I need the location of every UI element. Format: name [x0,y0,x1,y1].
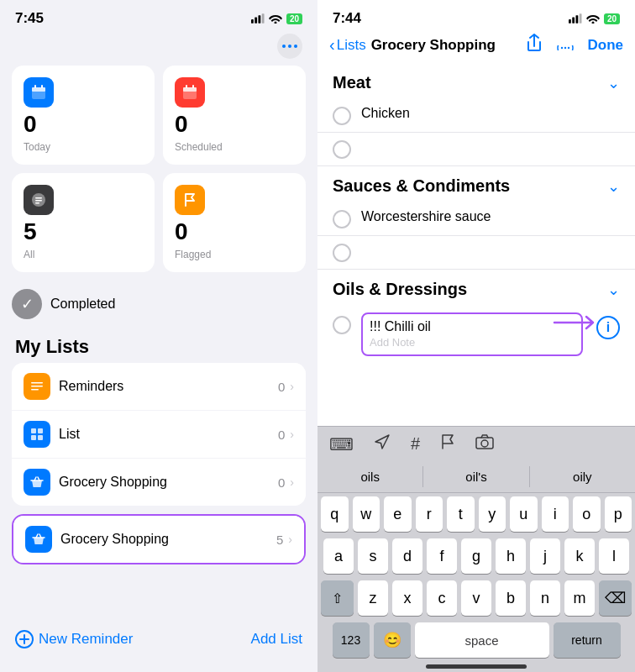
key-s[interactable]: s [358,538,388,574]
battery-left: 20 [286,13,302,24]
svg-rect-18 [35,202,39,204]
more-button[interactable] [277,34,302,59]
svg-rect-12 [183,87,197,92]
space-key[interactable]: space [415,622,549,658]
selected-list[interactable]: Grocery Shopping 5 › [12,514,306,564]
time-left: 7:45 [15,10,44,27]
key-m[interactable]: m [564,580,595,616]
key-y[interactable]: y [479,496,506,532]
key-j[interactable]: j [530,538,560,574]
calendar-red-icon [181,84,198,101]
meat-empty-item[interactable] [318,133,635,166]
key-r[interactable]: r [416,496,443,532]
right-panel: 7:44 20 ‹ Lists Grocery Shopping [318,0,635,672]
widget-flagged[interactable]: 0 Flagged [163,173,306,272]
suggestions-bar: oils oil's oily [318,461,635,493]
key-h[interactable]: h [496,538,526,574]
worcestershire-circle[interactable] [333,210,351,228]
key-k[interactable]: k [564,538,595,574]
svg-rect-16 [35,197,42,199]
nav-bar: ‹ Lists Grocery Shopping Done [318,30,635,63]
key-w[interactable]: w [353,496,380,532]
key-c[interactable]: c [427,580,457,616]
key-l[interactable]: l [599,538,629,574]
oils-section-header: Oils & Dressings ⌄ [318,270,635,306]
back-chevron-icon: ‹ [329,35,335,55]
svg-rect-20 [31,386,43,387]
ellipsis-icon [282,45,297,48]
chilli-oil-input-area[interactable]: !!! Chilli oil Add Note [361,312,583,356]
done-button[interactable]: Done [588,37,624,54]
key-a[interactable]: a [323,538,354,574]
key-d[interactable]: d [392,538,422,574]
worcestershire-item[interactable]: Worcestershire sauce [318,202,635,236]
svg-rect-21 [31,389,39,391]
reminders-icon [24,373,50,400]
return-key[interactable]: return [554,622,621,658]
sauces-chevron[interactable]: ⌄ [607,177,620,196]
key-t[interactable]: t [447,496,475,532]
key-v[interactable]: v [461,580,491,616]
add-list-button[interactable]: Add List [251,631,302,648]
sauces-empty-item[interactable] [318,236,635,270]
arrow-icon [553,312,603,333]
key-u[interactable]: u [510,496,538,532]
keyboard-tool-send[interactable] [374,433,391,454]
bottom-bar-left: New Reminder Add List [0,618,318,672]
key-i[interactable]: i [542,496,569,532]
oils-chevron[interactable]: ⌄ [607,281,620,299]
key-z[interactable]: z [358,580,388,616]
new-reminder-label: New Reminder [39,631,133,648]
svg-rect-27 [569,19,571,24]
suggestion-oils[interactable]: oils [318,466,423,487]
numbers-key[interactable]: 123 [333,622,370,658]
suggestion-oils-apos[interactable]: oil's [423,466,529,487]
meat-empty-circle[interactable] [333,140,351,159]
list-item-grocery-selected[interactable]: Grocery Shopping 5 › [13,516,304,563]
svg-point-4 [282,45,286,48]
nav-back-label: Lists [337,37,366,54]
chicken-item[interactable]: Chicken [318,99,635,133]
key-e[interactable]: e [384,496,412,532]
worcestershire-text: Worcestershire sauce [361,209,620,224]
key-g[interactable]: g [461,538,491,574]
svg-rect-17 [35,200,42,202]
camera-icon [475,434,494,449]
sauces-empty-circle[interactable] [333,244,351,262]
emoji-key[interactable]: 😊 [374,622,411,658]
delete-key[interactable]: ⌫ [599,580,632,616]
keyboard-tool-hash[interactable]: # [411,434,420,454]
widget-scheduled[interactable]: 0 Scheduled [163,66,306,165]
keyboard-tool-flag[interactable] [440,433,455,454]
suggestion-oily[interactable]: oily [530,466,635,487]
more-nav-button[interactable] [556,35,575,55]
widget-all[interactable]: 5 All [12,173,155,272]
keyboard-row-1: q w e r t y u i o p [321,496,632,532]
completed-row[interactable]: ✓ Completed [0,281,318,324]
keyboard-tool-camera[interactable] [475,434,494,454]
key-f[interactable]: f [427,538,457,574]
reminders-list: Meat ⌄ Chicken Sauces & Condiments ⌄ Wor… [318,63,635,426]
list-item-list[interactable]: List 0 › [12,411,306,459]
key-n[interactable]: n [530,580,560,616]
widget-today[interactable]: 0 Today [12,66,155,165]
nav-back-button[interactable]: ‹ Lists [329,35,366,55]
key-o[interactable]: o [573,496,601,532]
meat-chevron[interactable]: ⌄ [607,74,620,92]
key-x[interactable]: x [392,580,422,616]
widget-grid: 0 Today 0 Scheduled [0,66,318,281]
keyboard-tool-kbd[interactable]: ⌨ [329,434,354,454]
grocery-selected-icon [25,526,52,553]
chicken-circle[interactable] [333,107,351,125]
svg-rect-14 [192,85,194,88]
chilli-oil-text: !!! Chilli oil [370,319,575,334]
new-reminder-button[interactable]: New Reminder [15,630,133,648]
key-q[interactable]: q [321,496,349,532]
key-b[interactable]: b [496,580,526,616]
list-item-grocery-1[interactable]: Grocery Shopping 0 › [12,459,306,506]
active-circle[interactable] [333,316,351,334]
list-item-reminders[interactable]: Reminders 0 › [12,363,306,411]
share-button[interactable] [526,34,543,56]
shift-key[interactable]: ⇧ [321,580,354,616]
key-p[interactable]: p [605,496,632,532]
